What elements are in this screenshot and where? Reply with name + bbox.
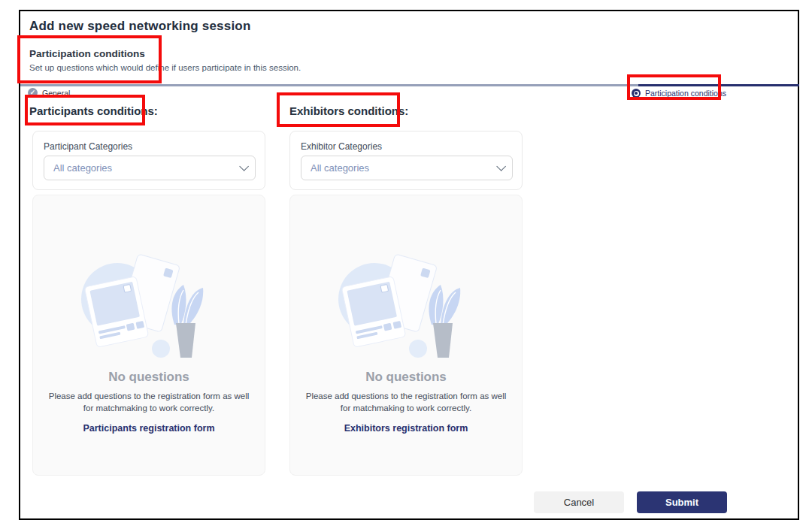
exhibitor-categories-select[interactable]: All categories — [301, 156, 513, 180]
no-questions-illustration — [331, 252, 481, 364]
empty-state-title: No questions — [365, 370, 447, 385]
annotation-box-participation-step — [627, 74, 721, 100]
select-value: All categories — [53, 162, 239, 174]
participants-registration-form-link[interactable]: Participants registration form — [83, 423, 214, 434]
cancel-button[interactable]: Cancel — [534, 491, 624, 513]
empty-state-message: Please add questions to the registration… — [47, 390, 251, 414]
no-questions-illustration — [74, 252, 224, 364]
chevron-down-icon — [496, 162, 506, 171]
annotation-box-participants-heading — [25, 95, 145, 125]
chevron-down-icon — [239, 162, 249, 171]
empty-state-message: Please add questions to the registration… — [304, 390, 508, 414]
page-title: Add new speed networking session — [29, 19, 251, 34]
exhibitors-registration-form-link[interactable]: Exhibitors registration form — [344, 423, 468, 434]
stepper-line-completed — [20, 84, 638, 86]
empty-state-title: No questions — [108, 370, 189, 385]
exhibitor-categories-label: Exhibitor Categories — [301, 141, 382, 152]
annotation-box-exhibitors-heading — [277, 92, 400, 127]
participant-categories-select[interactable]: All categories — [44, 156, 256, 180]
submit-button[interactable]: Submit — [637, 491, 727, 513]
participant-categories-card: Participant Categories All categories — [32, 131, 265, 190]
exhibitor-categories-card: Exhibitor Categories All categories — [289, 131, 523, 190]
exhibitors-empty-state-card: No questions Please add questions to the… — [289, 195, 523, 476]
select-value: All categories — [311, 162, 496, 174]
participants-empty-state-card: No questions Please add questions to the… — [32, 195, 265, 476]
participant-categories-label: Participant Categories — [44, 141, 132, 152]
annotation-box-section-title — [17, 35, 162, 83]
